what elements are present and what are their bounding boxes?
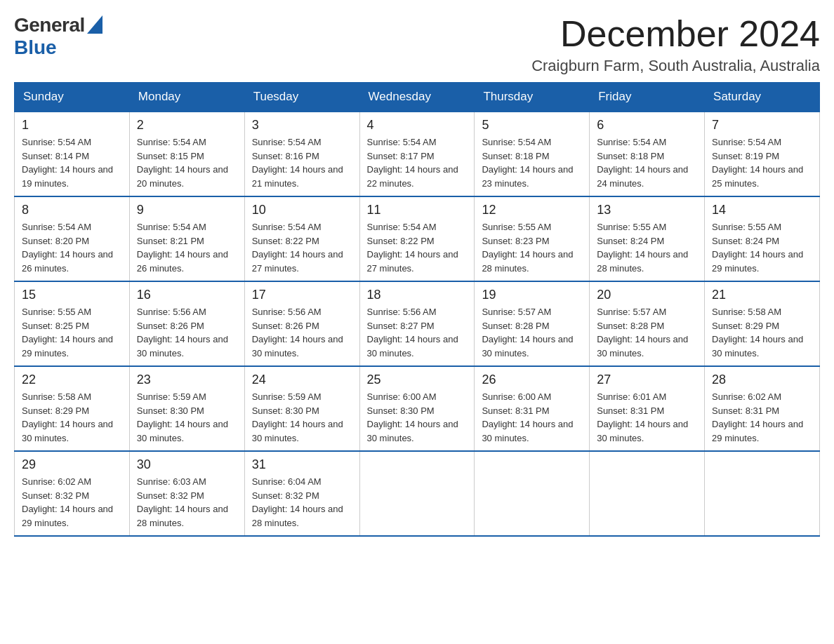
day-number: 27 xyxy=(597,373,697,387)
daylight-label: Daylight: 14 hours and 30 minutes. xyxy=(137,334,228,358)
daylight-label: Daylight: 14 hours and 30 minutes. xyxy=(597,334,688,358)
calendar-day: 22 Sunrise: 5:58 AM Sunset: 8:29 PM Dayl… xyxy=(15,366,130,451)
page-title: December 2024 xyxy=(531,14,820,54)
day-number: 11 xyxy=(367,203,468,217)
daylight-label: Daylight: 14 hours and 30 minutes. xyxy=(367,334,458,358)
header-thursday: Thursday xyxy=(475,83,590,112)
daylight-label: Daylight: 14 hours and 21 minutes. xyxy=(252,164,343,189)
daylight-label: Daylight: 14 hours and 26 minutes. xyxy=(137,249,228,274)
sunset-label: Sunset: 8:14 PM xyxy=(22,151,89,161)
daylight-label: Daylight: 14 hours and 27 minutes. xyxy=(252,249,343,274)
day-number: 23 xyxy=(137,373,237,387)
calendar-day: 10 Sunrise: 5:54 AM Sunset: 8:22 PM Dayl… xyxy=(244,196,359,281)
day-info: Sunrise: 5:55 AM Sunset: 8:25 PM Dayligh… xyxy=(22,305,122,360)
calendar-day: 31 Sunrise: 6:04 AM Sunset: 8:32 PM Dayl… xyxy=(244,451,359,536)
daylight-label: Daylight: 14 hours and 30 minutes. xyxy=(22,419,113,443)
day-number: 5 xyxy=(482,118,582,133)
day-number: 15 xyxy=(22,288,122,302)
sunrise-label: Sunrise: 5:54 AM xyxy=(22,222,91,232)
logo: General Blue xyxy=(14,14,102,59)
day-info: Sunrise: 5:54 AM Sunset: 8:16 PM Dayligh… xyxy=(252,135,352,190)
day-info: Sunrise: 5:54 AM Sunset: 8:21 PM Dayligh… xyxy=(137,220,237,275)
day-info: Sunrise: 6:02 AM Sunset: 8:31 PM Dayligh… xyxy=(712,390,812,445)
daylight-label: Daylight: 14 hours and 30 minutes. xyxy=(252,419,343,443)
sunrise-label: Sunrise: 5:54 AM xyxy=(252,137,322,147)
day-info: Sunrise: 5:57 AM Sunset: 8:28 PM Dayligh… xyxy=(482,305,582,360)
day-number: 28 xyxy=(712,373,812,387)
sunset-label: Sunset: 8:15 PM xyxy=(137,151,204,161)
sunrise-label: Sunrise: 5:54 AM xyxy=(22,137,91,147)
calendar-day: 1 Sunrise: 5:54 AM Sunset: 8:14 PM Dayli… xyxy=(15,112,130,196)
header-saturday: Saturday xyxy=(705,83,820,112)
day-number: 8 xyxy=(22,203,122,217)
sunset-label: Sunset: 8:26 PM xyxy=(137,321,204,331)
sunset-label: Sunset: 8:18 PM xyxy=(482,151,549,161)
day-info: Sunrise: 5:55 AM Sunset: 8:23 PM Dayligh… xyxy=(482,220,582,275)
daylight-label: Daylight: 14 hours and 19 minutes. xyxy=(22,164,113,189)
day-number: 12 xyxy=(482,203,582,217)
calendar-day: 15 Sunrise: 5:55 AM Sunset: 8:25 PM Dayl… xyxy=(15,281,130,366)
day-number: 7 xyxy=(712,118,812,133)
sunrise-label: Sunrise: 5:54 AM xyxy=(367,137,437,147)
day-number: 1 xyxy=(22,118,122,133)
daylight-label: Daylight: 14 hours and 20 minutes. xyxy=(137,164,228,189)
calendar-day: 28 Sunrise: 6:02 AM Sunset: 8:31 PM Dayl… xyxy=(705,366,820,451)
calendar-day: 26 Sunrise: 6:00 AM Sunset: 8:31 PM Dayl… xyxy=(475,366,590,451)
calendar-day: 3 Sunrise: 5:54 AM Sunset: 8:16 PM Dayli… xyxy=(244,112,359,196)
day-info: Sunrise: 5:54 AM Sunset: 8:22 PM Dayligh… xyxy=(252,220,352,275)
calendar-day: 8 Sunrise: 5:54 AM Sunset: 8:20 PM Dayli… xyxy=(15,196,130,281)
calendar-week-4: 22 Sunrise: 5:58 AM Sunset: 8:29 PM Dayl… xyxy=(15,366,820,451)
sunrise-label: Sunrise: 6:00 AM xyxy=(367,391,437,402)
calendar-day: 29 Sunrise: 6:02 AM Sunset: 8:32 PM Dayl… xyxy=(15,451,130,536)
daylight-label: Daylight: 14 hours and 24 minutes. xyxy=(597,164,688,189)
sunset-label: Sunset: 8:23 PM xyxy=(482,236,549,246)
sunrise-label: Sunrise: 5:59 AM xyxy=(252,391,322,402)
sunset-label: Sunset: 8:25 PM xyxy=(22,321,89,331)
daylight-label: Daylight: 14 hours and 28 minutes. xyxy=(482,249,573,274)
day-info: Sunrise: 5:56 AM Sunset: 8:26 PM Dayligh… xyxy=(252,305,352,360)
sunset-label: Sunset: 8:22 PM xyxy=(252,236,319,246)
sunset-label: Sunset: 8:32 PM xyxy=(22,490,89,501)
sunrise-label: Sunrise: 5:57 AM xyxy=(597,307,666,317)
sunrise-label: Sunrise: 5:54 AM xyxy=(482,137,551,147)
sunset-label: Sunset: 8:32 PM xyxy=(137,490,204,501)
sunrise-label: Sunrise: 5:54 AM xyxy=(597,137,666,147)
day-info: Sunrise: 5:55 AM Sunset: 8:24 PM Dayligh… xyxy=(597,220,697,275)
day-number: 25 xyxy=(367,373,468,387)
header-wednesday: Wednesday xyxy=(359,83,475,112)
page-header: General Blue December 2024 Craigburn Far… xyxy=(14,14,820,75)
calendar-day: 19 Sunrise: 5:57 AM Sunset: 8:28 PM Dayl… xyxy=(475,281,590,366)
day-info: Sunrise: 5:54 AM Sunset: 8:15 PM Dayligh… xyxy=(137,135,237,190)
day-number: 21 xyxy=(712,288,812,302)
sunset-label: Sunset: 8:16 PM xyxy=(252,151,319,161)
calendar-day: 21 Sunrise: 5:58 AM Sunset: 8:29 PM Dayl… xyxy=(705,281,820,366)
daylight-label: Daylight: 14 hours and 28 minutes. xyxy=(137,504,228,528)
calendar-day: 2 Sunrise: 5:54 AM Sunset: 8:15 PM Dayli… xyxy=(129,112,244,196)
page-subtitle: Craigburn Farm, South Australia, Austral… xyxy=(531,57,820,75)
daylight-label: Daylight: 14 hours and 29 minutes. xyxy=(712,249,803,274)
sunrise-label: Sunrise: 5:56 AM xyxy=(137,307,206,317)
calendar-day: 7 Sunrise: 5:54 AM Sunset: 8:19 PM Dayli… xyxy=(705,112,820,196)
day-number: 10 xyxy=(252,203,352,217)
calendar-day xyxy=(705,451,820,536)
sunset-label: Sunset: 8:31 PM xyxy=(482,405,549,416)
day-number: 13 xyxy=(597,203,697,217)
daylight-label: Daylight: 14 hours and 29 minutes. xyxy=(712,419,803,443)
day-info: Sunrise: 5:56 AM Sunset: 8:27 PM Dayligh… xyxy=(367,305,468,360)
day-number: 6 xyxy=(597,118,697,133)
sunset-label: Sunset: 8:29 PM xyxy=(712,321,779,331)
day-number: 2 xyxy=(137,118,237,133)
sunrise-label: Sunrise: 5:58 AM xyxy=(22,391,91,402)
calendar-day xyxy=(475,451,590,536)
daylight-label: Daylight: 14 hours and 25 minutes. xyxy=(712,164,803,189)
logo-arrow-icon xyxy=(87,15,102,36)
day-info: Sunrise: 5:54 AM Sunset: 8:22 PM Dayligh… xyxy=(367,220,468,275)
sunset-label: Sunset: 8:32 PM xyxy=(252,490,319,501)
sunrise-label: Sunrise: 5:54 AM xyxy=(137,222,206,232)
daylight-label: Daylight: 14 hours and 27 minutes. xyxy=(367,249,458,274)
sunrise-label: Sunrise: 5:56 AM xyxy=(252,307,322,317)
daylight-label: Daylight: 14 hours and 30 minutes. xyxy=(482,334,573,358)
calendar-day: 11 Sunrise: 5:54 AM Sunset: 8:22 PM Dayl… xyxy=(359,196,475,281)
calendar-day: 25 Sunrise: 6:00 AM Sunset: 8:30 PM Dayl… xyxy=(359,366,475,451)
sunrise-label: Sunrise: 5:54 AM xyxy=(252,222,322,232)
